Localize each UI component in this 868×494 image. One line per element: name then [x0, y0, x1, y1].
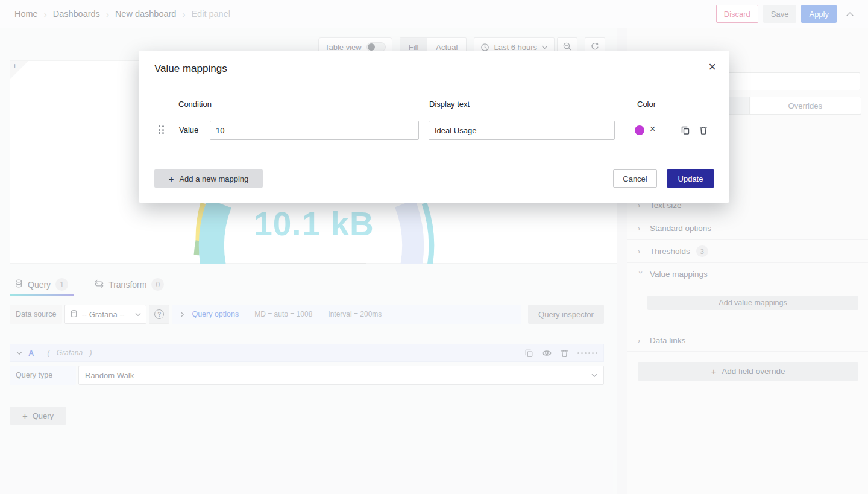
column-header-condition: Condition	[178, 100, 212, 109]
mapping-value-input[interactable]	[210, 121, 419, 140]
cancel-button[interactable]: Cancel	[613, 169, 657, 188]
mapping-condition-type: Value	[179, 121, 198, 140]
close-icon[interactable]: ×	[706, 58, 719, 76]
add-new-mapping-button[interactable]: + Add a new mapping	[154, 169, 263, 188]
mapping-row: Value ×	[139, 121, 729, 140]
value-mappings-modal: Value mappings × Condition Display text …	[139, 51, 729, 203]
drag-mapping-handle[interactable]	[159, 125, 164, 134]
column-header-display-text: Display text	[429, 100, 470, 109]
delete-mapping-trash-icon[interactable]	[699, 125, 708, 135]
clear-color-icon[interactable]: ×	[650, 124, 655, 135]
mapping-display-text-input[interactable]	[429, 121, 615, 140]
plus-icon: +	[169, 174, 174, 184]
mapping-color-swatch[interactable]	[635, 125, 644, 135]
modal-title: Value mappings	[154, 63, 227, 75]
duplicate-mapping-icon[interactable]	[681, 125, 690, 135]
column-header-color: Color	[637, 100, 656, 109]
update-button[interactable]: Update	[667, 169, 714, 188]
